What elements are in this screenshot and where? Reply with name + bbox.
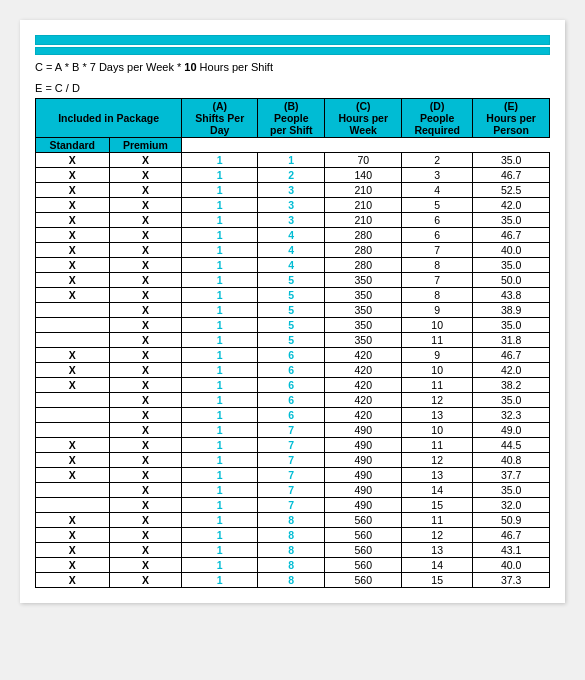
cell-people-required: 11 (402, 333, 473, 348)
cell-people-required: 6 (402, 213, 473, 228)
cell-hours-per-week: 490 (325, 438, 402, 453)
table-row: X174901435.0 (36, 483, 550, 498)
cell-hours-per-person: 50.0 (473, 273, 550, 288)
table-row: X174901532.0 (36, 498, 550, 513)
cell-shifts-per-day: 1 (182, 198, 258, 213)
table-row: X164201235.0 (36, 393, 550, 408)
table-row: XX15350843.8 (36, 288, 550, 303)
cell-people-required: 3 (402, 168, 473, 183)
cell-hours-per-week: 350 (325, 288, 402, 303)
cell-hours-per-week: 490 (325, 468, 402, 483)
cell-people-per-shift: 7 (258, 483, 325, 498)
table-row: XX185601343.1 (36, 543, 550, 558)
cell-shifts-per-day: 1 (182, 543, 258, 558)
table-row: XX16420946.7 (36, 348, 550, 363)
table-row: XX1170235.0 (36, 153, 550, 168)
cell-people-per-shift: 4 (258, 228, 325, 243)
table-row: XX13210452.5 (36, 183, 550, 198)
table-row: XX13210635.0 (36, 213, 550, 228)
cell-people-per-shift: 3 (258, 213, 325, 228)
formula1: C = A * B * 7 Days per Week * 10 Hours p… (35, 59, 550, 76)
table-row: XX164201042.0 (36, 363, 550, 378)
cell-hours-per-person: 38.9 (473, 303, 550, 318)
cell-hours-per-person: 35.0 (473, 393, 550, 408)
cell-hours-per-person: 42.0 (473, 198, 550, 213)
cell-people-required: 13 (402, 408, 473, 423)
cell-shifts-per-day: 1 (182, 558, 258, 573)
cell-people-per-shift: 3 (258, 183, 325, 198)
table-row: XX174901144.5 (36, 438, 550, 453)
cell-people-required: 12 (402, 528, 473, 543)
header-spd: (A)Shifts PerDay (182, 99, 258, 138)
cell-people-per-shift: 6 (258, 393, 325, 408)
cell-shifts-per-day: 1 (182, 243, 258, 258)
cell-standard (36, 393, 110, 408)
cell-hours-per-week: 560 (325, 528, 402, 543)
header-pps: (B)Peopleper Shift (258, 99, 325, 138)
table-row: XX185601440.0 (36, 558, 550, 573)
cell-people-required: 10 (402, 423, 473, 438)
subtitle-bar (35, 47, 550, 55)
cell-people-required: 8 (402, 258, 473, 273)
cell-premium: X (109, 168, 182, 183)
formula2: E = C / D (35, 80, 550, 97)
cell-standard: X (36, 513, 110, 528)
cell-hours-per-week: 350 (325, 303, 402, 318)
cell-premium: X (109, 498, 182, 513)
cell-shifts-per-day: 1 (182, 528, 258, 543)
cell-standard: X (36, 573, 110, 588)
table-row: XX185601150.9 (36, 513, 550, 528)
cell-hours-per-week: 420 (325, 363, 402, 378)
cell-shifts-per-day: 1 (182, 348, 258, 363)
cell-people-per-shift: 6 (258, 363, 325, 378)
cell-hours-per-person: 40.8 (473, 453, 550, 468)
cell-people-required: 10 (402, 318, 473, 333)
cell-hours-per-week: 490 (325, 423, 402, 438)
cell-hours-per-person: 32.3 (473, 408, 550, 423)
cell-hours-per-week: 560 (325, 558, 402, 573)
cell-premium: X (109, 453, 182, 468)
cell-people-per-shift: 5 (258, 333, 325, 348)
cell-premium: X (109, 318, 182, 333)
cell-standard (36, 408, 110, 423)
cell-standard: X (36, 168, 110, 183)
cell-people-per-shift: 8 (258, 528, 325, 543)
cell-shifts-per-day: 1 (182, 318, 258, 333)
cell-premium: X (109, 303, 182, 318)
title-bar (35, 35, 550, 45)
cell-shifts-per-day: 1 (182, 288, 258, 303)
cell-hours-per-person: 35.0 (473, 153, 550, 168)
cell-hours-per-person: 42.0 (473, 363, 550, 378)
cell-people-required: 6 (402, 228, 473, 243)
cell-people-per-shift: 5 (258, 273, 325, 288)
cell-people-required: 2 (402, 153, 473, 168)
cell-premium: X (109, 258, 182, 273)
table-row: XX164201138.2 (36, 378, 550, 393)
cell-hours-per-week: 210 (325, 213, 402, 228)
cell-people-required: 8 (402, 288, 473, 303)
cell-hours-per-person: 35.0 (473, 213, 550, 228)
cell-people-per-shift: 1 (258, 153, 325, 168)
cell-people-per-shift: 6 (258, 408, 325, 423)
cell-shifts-per-day: 1 (182, 228, 258, 243)
table-row: X15350938.9 (36, 303, 550, 318)
cell-standard (36, 318, 110, 333)
cell-people-per-shift: 8 (258, 513, 325, 528)
cell-standard (36, 483, 110, 498)
cell-standard (36, 303, 110, 318)
cell-hours-per-person: 37.7 (473, 468, 550, 483)
cell-premium: X (109, 183, 182, 198)
cell-standard: X (36, 213, 110, 228)
table-row: XX174901240.8 (36, 453, 550, 468)
cell-shifts-per-day: 1 (182, 513, 258, 528)
cell-standard: X (36, 273, 110, 288)
cell-shifts-per-day: 1 (182, 273, 258, 288)
cell-hours-per-week: 490 (325, 498, 402, 513)
cell-shifts-per-day: 1 (182, 483, 258, 498)
cell-hours-per-person: 52.5 (473, 183, 550, 198)
cell-hours-per-person: 43.8 (473, 288, 550, 303)
cell-premium: X (109, 543, 182, 558)
cell-standard: X (36, 363, 110, 378)
cell-people-required: 12 (402, 453, 473, 468)
cell-people-required: 15 (402, 498, 473, 513)
